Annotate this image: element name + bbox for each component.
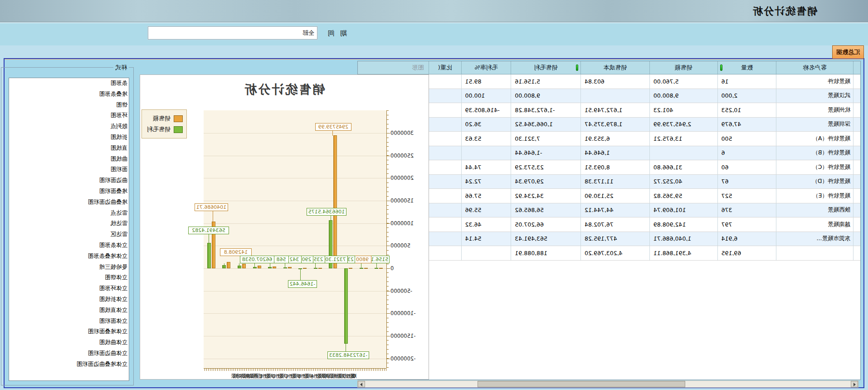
list-item[interactable]: 立体面积图 <box>9 317 127 328</box>
table-row[interactable]: 武汉顺景2,0009,800.009,800.00100.00 <box>358 89 860 104</box>
cell: 杭州顺景 <box>776 103 853 117</box>
list-item[interactable]: 立体曲线图 <box>9 339 127 350</box>
list-item[interactable]: 雷达线 <box>9 220 127 231</box>
cell <box>429 232 461 246</box>
table-row[interactable]: 越南顺景797142,908.8976,702.8466,207.0546.32 <box>358 217 860 232</box>
list-item[interactable]: 环形图 <box>9 112 127 123</box>
list-item[interactable]: 立体直线图 <box>9 306 127 317</box>
cell: 武汉顺景 <box>776 89 853 103</box>
list-item[interactable]: 曲边面积图 <box>9 177 127 188</box>
list-item[interactable]: 散列点 <box>9 123 127 133</box>
gridline <box>204 336 386 336</box>
column-header-图形[interactable]: 图形 <box>358 61 429 74</box>
list-item[interactable]: 堆叠条形图 <box>9 90 127 101</box>
cell: 23,573.29 <box>511 160 580 174</box>
table-row[interactable]: 深圳顺景47,6792,945,739.991,879,375.471,066,… <box>358 118 860 132</box>
period-combo-input[interactable]: 全部 <box>148 26 317 39</box>
cell: 40,252.72 <box>649 175 717 189</box>
table-row[interactable]: 顺景软件（A）50013,675.216,353.917,321.3053.63 <box>358 132 860 146</box>
cell: 11,173.38 <box>580 175 649 189</box>
gridline <box>204 156 386 156</box>
list-item[interactable]: 面积图 <box>9 166 127 177</box>
cell: 46.32 <box>461 217 511 232</box>
column-header-销售成本[interactable]: 销售成本 <box>580 61 649 74</box>
cell <box>853 189 860 203</box>
table-row[interactable]: 顺景软件（E）52759,365.8225,130.9034,234.9257.… <box>358 189 860 203</box>
y-tick <box>387 291 390 291</box>
legend-swatch-icon <box>174 126 183 133</box>
cell: 55.96 <box>461 203 511 217</box>
label-leader-line <box>376 263 377 268</box>
list-item[interactable]: 立体折线图 <box>9 296 127 306</box>
cell: 142,908.89 <box>649 217 717 232</box>
cell: -1,672,348.28 <box>511 103 580 117</box>
cell <box>853 74 860 89</box>
table-row[interactable]: 顺景软件（D）6740,252.7211,173.3829,079.3472.2… <box>358 175 860 189</box>
table-row[interactable]: 杭州顺景10,253401.231,672,749.51-1,672,348.2… <box>358 103 860 118</box>
table-row[interactable]: 69,1954,391,868.114,203,769.20188,088.91 <box>358 246 860 261</box>
scroll-left-button[interactable] <box>851 381 858 387</box>
cell: 6,914 <box>717 232 776 246</box>
cell <box>429 203 461 217</box>
list-item[interactable]: 饼图 <box>9 101 127 112</box>
scrollbar-thumb[interactable] <box>478 381 685 387</box>
cell <box>853 146 860 160</box>
cell: 66,207.05 <box>511 217 580 232</box>
label-leader-line <box>285 263 285 268</box>
column-header-客户名称[interactable]: 客户名称 <box>776 61 853 74</box>
list-item[interactable]: 立体堆叠曲边面积图 <box>9 360 127 371</box>
y-axis-minor-ticks <box>387 110 389 368</box>
main-panel: 客户名称数量销售额销售成本销售毛利毛利率%比重(图形 顺景软件165,760.0… <box>4 58 864 388</box>
list-item[interactable]: 立体饼图 <box>9 274 127 285</box>
scroll-right-button[interactable] <box>358 381 365 387</box>
y-tick <box>387 246 390 246</box>
table-row[interactable]: 顺景软件（C）6031,666.808,093.5123,573.2974.44 <box>358 160 860 175</box>
horizontal-scrollbar[interactable] <box>357 380 858 388</box>
list-item[interactable]: 立体堆叠面积图 <box>9 328 127 339</box>
list-item[interactable]: 立体曲边面积图 <box>9 350 127 360</box>
y-tick <box>387 223 390 224</box>
y-tick <box>387 313 390 314</box>
gridline <box>204 291 386 291</box>
y-tick <box>387 268 390 269</box>
list-item[interactable]: 立体堆叠条形图 <box>9 252 127 263</box>
data-label: 1040686.71 <box>195 203 228 211</box>
column-header-indicator <box>853 61 860 74</box>
y-tick <box>387 336 390 336</box>
list-item[interactable]: 直线图 <box>9 144 127 155</box>
cell: 60 <box>717 160 776 174</box>
cell: -416,805.39 <box>461 103 511 117</box>
tab-summary-data[interactable]: 汇总数据 <box>832 45 864 59</box>
cell: 603.84 <box>580 74 649 89</box>
window-title: 销售统计分析 <box>752 5 817 18</box>
column-header-销售毛利[interactable]: 销售毛利 <box>511 61 580 74</box>
column-header-数量[interactable]: 数量 <box>717 61 776 74</box>
cell: 34,234.92 <box>511 189 580 203</box>
column-header-销售额[interactable]: 销售额 <box>649 61 717 74</box>
chart-style-listbox[interactable]: 条形图堆叠条形图饼图环形图散列点折线图直线图曲线图面积图曲边面积图堆叠面积图堆叠… <box>9 78 129 381</box>
table-row[interactable]: 东莞市顺景...6,9141,040,686.71477,195.28563,4… <box>358 232 860 247</box>
cell: 89.51 <box>461 74 511 89</box>
list-item[interactable]: 堆叠曲边面积图 <box>9 198 127 209</box>
bar-销售额-武汉顺景 <box>364 268 368 269</box>
cell: 72.24 <box>461 175 511 189</box>
label-leader-line <box>254 263 255 268</box>
list-item[interactable]: 雷达点 <box>9 209 127 220</box>
column-header-比重([interactable]: 比重( <box>429 61 461 74</box>
list-item[interactable]: 雷达区 <box>9 231 127 242</box>
list-item[interactable]: 曲线图 <box>9 155 127 166</box>
column-header-毛利率%[interactable]: 毛利率% <box>461 61 511 74</box>
list-item[interactable]: 立体条形图 <box>9 242 127 252</box>
cell: 44,744.12 <box>580 203 649 217</box>
list-item[interactable]: 曼哈顿三维 <box>9 263 127 274</box>
list-item[interactable]: 立体环形图 <box>9 285 127 296</box>
y-tick-label: -500000 <box>390 288 422 294</box>
list-item[interactable]: 堆叠面积图 <box>9 188 127 198</box>
list-item[interactable]: 折线图 <box>9 133 127 144</box>
table-row[interactable]: 顺景软件（B）61,646.44-1,646.44 <box>358 146 860 161</box>
list-item[interactable]: 条形图 <box>9 79 127 90</box>
table-row[interactable]: 顺景软件165,760.00603.845,156.1689.51 <box>358 74 860 89</box>
cell <box>429 246 461 260</box>
label-leader-line <box>213 211 213 222</box>
table-row[interactable]: 陕西顺景376101,609.7444,744.1256,865.6255.96 <box>358 203 860 218</box>
